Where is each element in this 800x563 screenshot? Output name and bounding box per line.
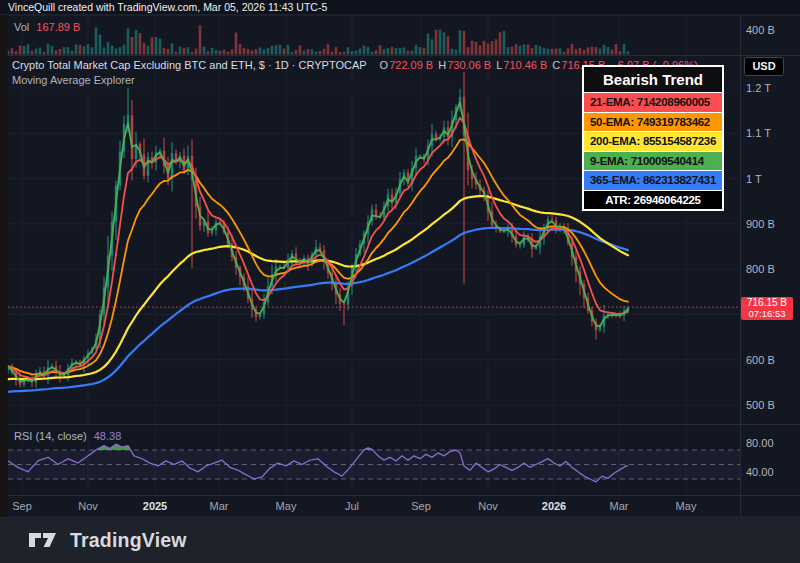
price-scale[interactable]: USD 716.15 B 07:16:53 400 B1.2 T1.1 T1 T… — [741, 15, 800, 517]
rsi-label[interactable]: RSI (14, close) — [14, 430, 87, 442]
ma-explorer-panel: Bearish Trend 21-EMA: 71420896000550-EMA… — [582, 65, 724, 211]
time-axis-label: Mar — [210, 500, 229, 512]
attribution-bar: VinceQuill created with TradingView.com,… — [0, 0, 800, 15]
time-axis-label: May — [276, 500, 297, 512]
trend-status-label: Bearish Trend — [584, 67, 722, 92]
ma-row-9-ema: 9-EMA: 710009540414 — [584, 151, 722, 171]
y-axis-label: 500 B — [746, 399, 775, 411]
time-scale[interactable]: SepNov2025MarMayJulSepNov2026MarMay — [0, 495, 741, 517]
volume-axis-label: 400 B — [746, 24, 775, 36]
rsi-axis-label: 80.00 — [746, 437, 774, 449]
ma-panel-rows: 21-EMA: 71420896000550-EMA: 749319783462… — [584, 92, 722, 209]
ma-row-365-ema: 365-EMA: 862313827431 — [584, 170, 722, 190]
time-axis-label: 2025 — [143, 500, 167, 512]
ohlc-key: H — [438, 59, 446, 71]
rsi-value: 48.38 — [94, 430, 122, 442]
y-axis-label: 600 B — [746, 354, 775, 366]
ohlc-val: 710.46 B — [503, 59, 547, 71]
tradingview-logo-icon[interactable] — [28, 529, 62, 551]
ohlc-val: 722.09 B — [389, 59, 433, 71]
bar-countdown: 07:16:53 — [741, 309, 793, 319]
time-axis-label: Nov — [78, 500, 98, 512]
y-axis-label: 1 T — [746, 173, 762, 185]
time-axis-label: Sep — [12, 500, 32, 512]
last-price-badge: 716.15 B 07:16:53 — [741, 297, 793, 320]
volume-label[interactable]: Vol — [14, 21, 29, 33]
ma-row-200-ema: 200-EMA: 855154587236 — [584, 131, 722, 151]
time-axis-label: 2026 — [542, 500, 566, 512]
time-axis-label: Sep — [411, 500, 431, 512]
time-axis-label: Jul — [345, 500, 359, 512]
rsi-legend: RSI (14, close)48.38 — [14, 430, 121, 442]
y-axis-label: 1.2 T — [746, 82, 771, 94]
ma-row-21-ema: 21-EMA: 714208960005 — [584, 92, 722, 112]
ohlc-key: C — [552, 59, 560, 71]
ohlc-val: 730.06 B — [447, 59, 491, 71]
currency-button[interactable]: USD — [744, 57, 784, 76]
y-axis-label: 900 B — [746, 218, 775, 230]
volume-legend: Vol167.89 B — [14, 21, 80, 33]
ohlc-key: L — [496, 59, 502, 71]
time-axis-label: Nov — [478, 500, 498, 512]
tradingview-brand-text[interactable]: TradingView — [70, 529, 187, 552]
time-axis-label: May — [676, 500, 697, 512]
y-axis-label: 800 B — [746, 263, 775, 275]
rsi-axis-label: 40.00 — [746, 466, 774, 478]
attribution-text: VinceQuill created with TradingView.com,… — [8, 1, 327, 13]
y-axis-label: 1.1 T — [746, 127, 771, 139]
ohlc-values: O722.09 BH730.06 BL710.46 BC716.15 B — [375, 59, 606, 71]
chart-left-margin — [0, 15, 8, 517]
time-axis-label: Mar — [610, 500, 629, 512]
ohlc-key: O — [380, 59, 389, 71]
ma-row-atr: ATR: 26946064225 — [584, 190, 722, 210]
indicator-name-ma-explorer[interactable]: Moving Average Explorer — [12, 74, 135, 86]
footer: TradingView — [0, 517, 800, 563]
symbol-title[interactable]: Crypto Total Market Cap Excluding BTC an… — [12, 59, 367, 71]
volume-value: 167.89 B — [36, 21, 80, 33]
ma-row-50-ema: 50-EMA: 749319783462 — [584, 112, 722, 132]
